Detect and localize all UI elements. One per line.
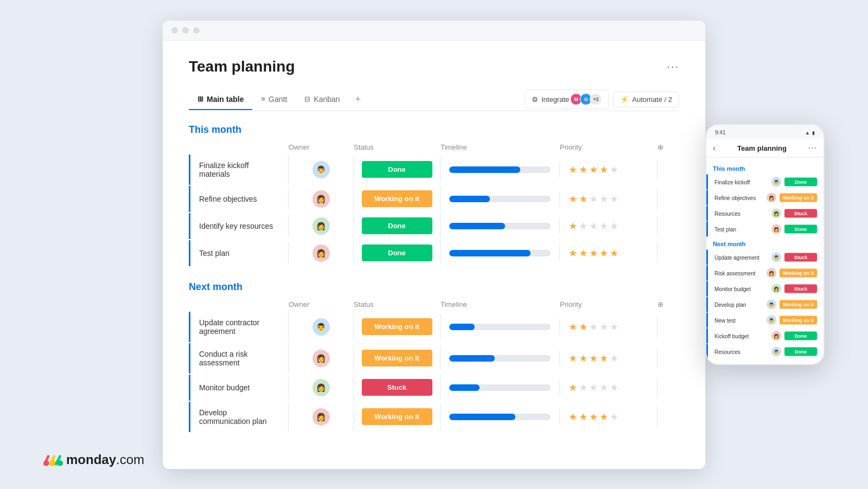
- automate-label: Automate / 2: [632, 95, 672, 104]
- phone-row: New test 👨 Working on it: [706, 313, 824, 328]
- phone-row-name: Finalize kickoff: [714, 179, 768, 185]
- table-row: Monitor budget 👩 Stuck ★ ★: [189, 375, 679, 401]
- status-badge: Done: [362, 244, 432, 261]
- logo-suffix: .com: [116, 452, 144, 467]
- star-5: ★: [610, 193, 618, 205]
- phone-avatar: 👩: [767, 268, 776, 278]
- star-4: ★: [599, 164, 608, 176]
- timeline-fill: [449, 250, 531, 256]
- next-month-title: Next month: [189, 281, 679, 293]
- phone-row-name: Resources: [714, 210, 768, 216]
- col-priority: Priority: [560, 300, 658, 308]
- row-name: Refine objectives: [190, 188, 289, 210]
- phone-row: Update agreement 👨 Stuck: [706, 250, 824, 265]
- phone-status: Stuck: [784, 209, 817, 218]
- desktop-window: Team planning ··· ⊞ Main table ≡ Gantt ⊟…: [163, 21, 705, 469]
- star-5: ★: [610, 411, 618, 423]
- timeline-bar: [449, 384, 551, 391]
- phone-row-name: New test: [714, 317, 763, 323]
- timeline-fill: [449, 414, 515, 420]
- star-5: ★: [610, 382, 618, 394]
- add-tab-button[interactable]: +: [349, 88, 368, 111]
- row-status[interactable]: Working on it: [354, 314, 441, 339]
- col-priority: Priority: [560, 143, 658, 151]
- row-timeline: [441, 409, 560, 424]
- phone-status: Done: [784, 225, 817, 234]
- tab-gantt[interactable]: ≡ Gantt: [252, 89, 296, 110]
- timeline-fill: [449, 324, 475, 330]
- row-owner: 👩: [289, 186, 354, 212]
- phone-row-name: Refine objectives: [714, 195, 763, 201]
- next-month-header: Owner Status Timeline Priority ⊕: [189, 297, 679, 312]
- avatar: 👩: [312, 217, 330, 235]
- star-3: ★: [589, 247, 598, 259]
- row-owner: 👩: [289, 375, 354, 401]
- timeline-bar: [449, 223, 551, 229]
- gantt-icon: ≡: [261, 95, 265, 103]
- row-status[interactable]: Working on it: [354, 345, 441, 371]
- automate-button[interactable]: ⚡ Automate / 2: [613, 92, 679, 107]
- row-owner: 👩: [289, 213, 354, 239]
- star-1: ★: [569, 411, 577, 423]
- col-owner: Owner: [289, 300, 354, 308]
- tab-main-table[interactable]: ⊞ Main table: [189, 89, 252, 110]
- star-4: ★: [599, 321, 608, 333]
- status-badge: Stuck: [362, 379, 432, 396]
- avatar-stack: M G +2: [572, 93, 602, 105]
- phone-status: Done: [784, 348, 817, 356]
- star-1: ★: [569, 164, 577, 176]
- row-status[interactable]: Working on it: [354, 186, 441, 211]
- phone-status: Working on it: [780, 300, 817, 309]
- monday-logo: monday.com: [43, 452, 144, 467]
- avatar-count: +2: [590, 93, 602, 105]
- row-status[interactable]: Working on it: [354, 404, 441, 429]
- star-5: ★: [610, 321, 618, 333]
- star-2: ★: [579, 411, 588, 423]
- star-5: ★: [610, 352, 618, 364]
- timeline-fill: [449, 384, 480, 391]
- row-owner: 👨: [289, 157, 354, 183]
- row-name: Test plan: [190, 242, 289, 264]
- phone-avatar: 👩: [771, 209, 781, 218]
- phone-avatar: 👨: [771, 347, 781, 357]
- row-owner: 👨: [289, 314, 354, 340]
- row-status[interactable]: Done: [354, 240, 441, 266]
- avatar: 👩: [312, 379, 330, 396]
- col-status: Status: [354, 300, 441, 308]
- phone-more-button[interactable]: ···: [808, 143, 817, 153]
- row-status[interactable]: Stuck: [354, 375, 441, 400]
- phone-avatar: 👨: [771, 177, 781, 187]
- star-1: ★: [569, 247, 577, 259]
- more-button[interactable]: ···: [667, 60, 679, 73]
- row-name: Update contractor agreement: [190, 312, 289, 342]
- status-badge: Done: [362, 161, 432, 178]
- phone-row: Develop plan 👨 Working on it: [706, 297, 824, 312]
- star-2: ★: [579, 220, 588, 232]
- star-5: ★: [610, 164, 618, 176]
- star-1: ★: [569, 193, 577, 205]
- logo-monday: monday: [66, 452, 116, 467]
- phone-avatar: 👨: [771, 253, 781, 262]
- monday-logo-icon: [43, 453, 63, 466]
- table-row: Finalize kickoff materials 👨 Done ★: [189, 155, 679, 185]
- star-3: ★: [589, 352, 598, 364]
- tab-kanban[interactable]: ⊟ Kanban: [296, 89, 348, 110]
- row-priority: ★ ★ ★ ★ ★: [560, 348, 658, 369]
- table-row: Conduct a risk assessment 👩 Working on i…: [189, 343, 679, 374]
- phone-row: Risk assessment 👩 Working on it: [706, 266, 824, 281]
- back-button[interactable]: ‹: [713, 143, 716, 153]
- star-4: ★: [599, 247, 608, 259]
- star-4: ★: [599, 193, 608, 205]
- star-1: ★: [569, 220, 577, 232]
- tab-right-actions: ⚙ Integrate M G +2 ⚡ Automate / 2: [525, 89, 679, 109]
- integrate-button[interactable]: ⚙ Integrate M G +2: [525, 89, 609, 109]
- row-status[interactable]: Done: [354, 157, 441, 182]
- row-owner: 👩: [289, 240, 354, 266]
- row-status[interactable]: Done: [354, 213, 441, 239]
- integrate-icon: ⚙: [532, 95, 538, 104]
- row-timeline: [441, 319, 560, 334]
- row-timeline: [441, 162, 560, 177]
- phone-status: Done: [784, 178, 817, 186]
- phone-row-name: Resources: [714, 349, 768, 355]
- avatar: 👩: [312, 408, 330, 426]
